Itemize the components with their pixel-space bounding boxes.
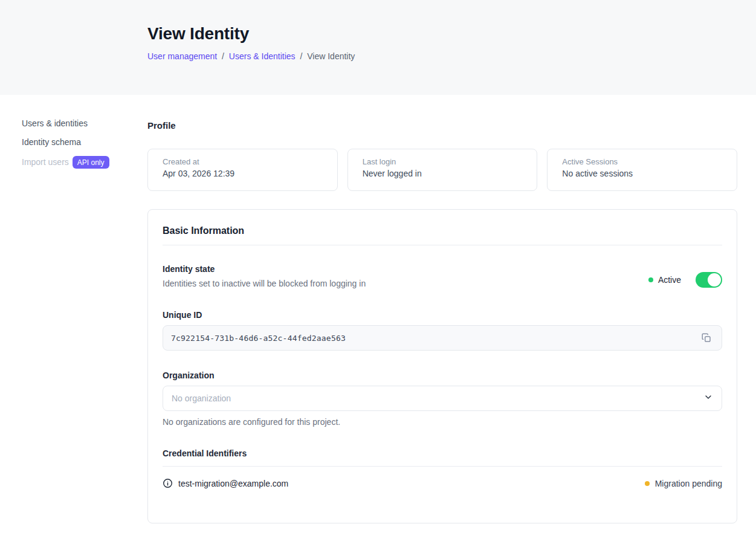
identity-state-toggle[interactable]: [696, 272, 722, 288]
unique-id-value: 7c922154-731b-46d6-a52c-44fed2aae563: [171, 334, 699, 343]
identity-state-controls: Active: [648, 272, 722, 288]
identity-state-label: Identity state: [163, 264, 366, 274]
sidebar-item-import-users[interactable]: Import users API only: [22, 156, 147, 169]
credential-identifier: test-migration@example.com: [163, 478, 288, 488]
info-icon: [163, 478, 173, 488]
stat-card-created-at: Created at Apr 03, 2026 12:39: [147, 149, 338, 191]
breadcrumb-separator: /: [222, 51, 224, 61]
stat-label: Active Sessions: [562, 157, 722, 166]
organization-helper-text: No organizations are configured for this…: [163, 417, 722, 427]
credential-status-label: Migration pending: [655, 479, 722, 488]
stat-value: No active sessions: [562, 169, 722, 178]
page-header: View Identity User management / Users & …: [0, 0, 756, 95]
credential-identifiers-section: Credential Identifiers test-migration@ex…: [163, 448, 722, 488]
api-only-badge: API only: [73, 156, 109, 169]
credential-identifiers-title: Credential Identifiers: [163, 448, 722, 467]
sidebar-item-users-identities[interactable]: Users & identities: [22, 118, 147, 129]
stat-label: Last login: [363, 157, 523, 166]
stat-label: Created at: [163, 157, 323, 166]
organization-select[interactable]: No organization: [163, 386, 722, 411]
main-content: Profile Created at Apr 03, 2026 12:39 La…: [147, 95, 756, 523]
page-title: View Identity: [147, 24, 756, 44]
sidebar-item-label: Users & identities: [22, 118, 88, 129]
stat-card-active-sessions: Active Sessions No active sessions: [547, 149, 737, 191]
stat-value: Apr 03, 2026 12:39: [163, 169, 323, 178]
breadcrumb-link-users-identities[interactable]: Users & Identities: [229, 51, 296, 61]
active-status-label: Active: [658, 275, 681, 285]
breadcrumb-link-user-management[interactable]: User management: [147, 51, 217, 61]
identity-state-text: Identity state Identities set to inactiv…: [163, 264, 366, 288]
basic-information-card: Basic Information Identity state Identit…: [147, 209, 737, 523]
sidebar: Users & identities Identity schema Impor…: [0, 95, 147, 523]
breadcrumb-separator: /: [300, 51, 302, 61]
chevron-down-icon: [703, 392, 713, 404]
stat-value: Never logged in: [363, 169, 523, 178]
identity-state-description: Identities set to inactive will be block…: [163, 279, 366, 288]
copy-icon[interactable]: [699, 330, 714, 346]
content-layout: Users & identities Identity schema Impor…: [0, 95, 756, 523]
sidebar-item-label: Identity schema: [22, 137, 81, 147]
stats-row: Created at Apr 03, 2026 12:39 Last login…: [147, 149, 737, 191]
migration-pending-dot: [645, 481, 650, 486]
organization-placeholder: No organization: [172, 393, 231, 403]
organization-group: Organization No organization No organiza…: [163, 371, 722, 427]
breadcrumb: User management / Users & Identities / V…: [147, 51, 756, 61]
breadcrumb-current: View Identity: [307, 51, 355, 61]
sidebar-item-label: Import users: [22, 157, 69, 167]
credential-status: Migration pending: [645, 479, 722, 488]
organization-label: Organization: [163, 371, 722, 380]
identity-state-row: Identity state Identities set to inactiv…: [163, 264, 722, 288]
toggle-knob: [708, 273, 721, 287]
active-status-dot: [648, 277, 653, 282]
profile-section-title: Profile: [147, 120, 737, 131]
credential-identifier-value: test-migration@example.com: [178, 479, 288, 488]
unique-id-label: Unique ID: [163, 310, 722, 320]
basic-information-title: Basic Information: [163, 225, 722, 245]
unique-id-field[interactable]: 7c922154-731b-46d6-a52c-44fed2aae563: [163, 325, 722, 351]
sidebar-item-identity-schema[interactable]: Identity schema: [22, 137, 147, 147]
stat-card-last-login: Last login Never logged in: [347, 149, 538, 191]
active-status: Active: [648, 275, 681, 285]
credential-row: test-migration@example.com Migration pen…: [163, 478, 722, 488]
unique-id-group: Unique ID 7c922154-731b-46d6-a52c-44fed2…: [163, 310, 722, 351]
